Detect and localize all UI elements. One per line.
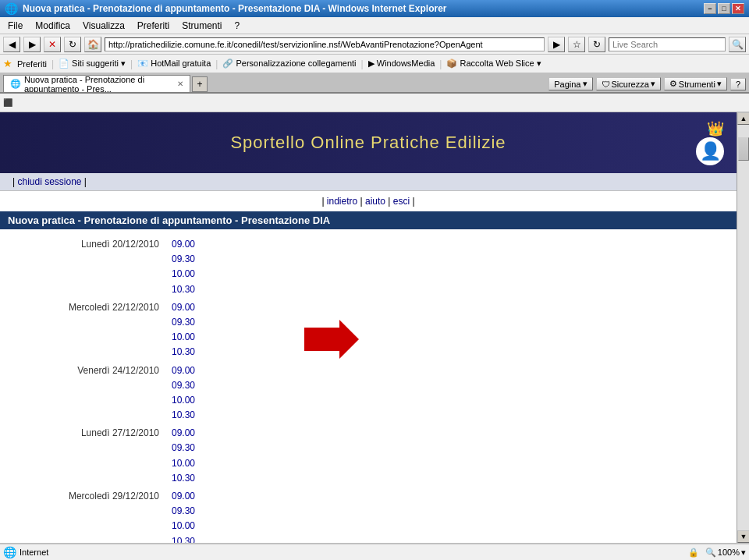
new-tab-button[interactable]: + [192,76,208,92]
tab-bar: 🌐 Nuova pratica - Prenotazione di appunt… [0,73,749,94]
pagina-button[interactable]: Pagina ▾ [548,77,592,90]
day-label: Mercoledì 29/12/2010 [16,489,172,543]
title-bar: 🌐 Nuova pratica - Prenotazione di appunt… [0,0,749,17]
page-content: Sportello Online Pratiche Edilizie 👑 👤 |… [0,112,737,543]
top-nav-links: | indietro | aiuto | esci | [0,191,737,211]
day-label: Venerdì 24/12/2010 [16,363,172,424]
nav-aiuto-link[interactable]: aiuto [365,196,385,207]
page-title: Nuova pratica - Prenotazione di appuntam… [8,214,330,226]
time-slot-link[interactable]: 10.00 [172,393,195,408]
menu-strumenti[interactable]: Strumenti [177,19,226,33]
time-slot-link[interactable]: 10.30 [172,471,195,486]
scrollbar-thumb[interactable] [738,137,749,161]
help-icon: ? [736,80,740,89]
time-slot-link[interactable]: 10.30 [172,282,195,297]
time-slot-link[interactable]: 09.00 [172,237,195,252]
nav-indietro-link[interactable]: indietro [327,196,357,207]
active-tab[interactable]: 🌐 Nuova pratica - Prenotazione di appunt… [3,75,190,92]
home-button[interactable]: 🏠 [84,37,101,52]
zone-label: Internet [20,548,48,557]
menu-file[interactable]: File [3,19,27,33]
time-slot-link[interactable]: 09.00 [172,426,195,441]
content-area: Lunedì 20/12/201009.0009.3010.0010.30Mer… [0,229,737,543]
menu-modifica[interactable]: Modifica [30,19,75,33]
header-title: Sportello Online Pratiche Edilizie [230,133,506,152]
address-input[interactable] [105,37,545,51]
time-slot-link[interactable]: 10.00 [172,267,195,282]
time-slot-link[interactable]: 09.30 [172,378,195,393]
session-sep-right: | [84,176,87,187]
sicurezza-button[interactable]: 🛡 Sicurezza ▾ [596,77,661,90]
time-slot-link[interactable]: 09.00 [172,363,195,378]
status-zone: 🌐 Internet [3,546,688,558]
day-label: Mercoledì 22/12/2010 [16,300,172,360]
forward-button[interactable]: ▶ [23,37,41,52]
time-slots: 09.0009.3010.0010.30 [172,426,195,486]
fav-windowsmedia[interactable]: ▶ WindowsMedia [368,58,435,69]
time-slot-link[interactable]: 09.00 [172,300,195,315]
zoom-chevron[interactable]: ▾ [741,548,746,558]
day-label: Lunedì 27/12/2010 [16,426,172,486]
menu-help[interactable]: ? [230,19,245,33]
scroll-down-button[interactable]: ▼ [737,530,749,543]
time-slot-link[interactable]: 09.30 [172,441,195,455]
tab-icon: 🌐 [10,79,21,89]
minimize-button[interactable]: − [704,3,716,14]
status-bar: 🌐 Internet 🔒 🔍 100% ▾ [0,543,749,560]
time-slot-link[interactable]: 10.30 [172,345,195,360]
address-bar: ◀ ▶ ✕ ↻ 🏠 ▶ ☆ ↻ 🔍 [0,34,749,55]
search-button[interactable]: 🔍 [729,37,746,52]
time-slot-link[interactable]: 09.30 [172,504,195,519]
fav-siti-suggeriti[interactable]: 📄 Siti suggeriti ▾ [59,58,126,69]
menu-preferiti[interactable]: Preferiti [133,19,174,33]
time-slot-link[interactable]: 09.30 [172,315,195,330]
gear-icon: ⚙ [669,79,677,89]
help-button[interactable]: ? [730,78,746,90]
pagina-chevron: ▾ [583,79,587,89]
time-slot-link[interactable]: 10.30 [172,408,195,423]
ie-icon: 🌐 [5,2,18,15]
strumenti-button[interactable]: ⚙ Strumenti ▾ [664,77,727,90]
shield-icon: 🛡 [602,80,610,89]
favorites-label[interactable]: Preferiti [17,59,47,69]
close-button[interactable]: ✕ [732,3,744,14]
time-slots: 09.0009.3010.0010.30 [172,237,195,297]
main-outer: Sportello Online Pratiche Edilizie 👑 👤 |… [0,112,749,543]
fav-hotmail[interactable]: 📧 HotMail gratuita [137,58,211,69]
status-right: 🔒 🔍 100% ▾ [688,548,746,558]
zoom-label[interactable]: 100% [718,548,740,557]
globe-icon: 🌐 [3,546,16,558]
stop-button[interactable]: ✕ [44,37,61,52]
page-title-bar: Nuova pratica - Prenotazione di appuntam… [0,211,737,229]
menu-visualizza[interactable]: Visualizza [78,19,130,33]
window-title: Nuova pratica - Prenotazione di appuntam… [23,3,447,14]
time-slot-link[interactable]: 10.00 [172,519,195,533]
time-slot-link[interactable]: 10.30 [172,534,195,543]
vertical-scrollbar[interactable]: ▲ ▼ [737,112,749,543]
favorites-star[interactable]: ☆ [568,37,585,52]
refresh-icon[interactable]: ↻ [588,37,605,52]
zoom-level: 🔍 100% ▾ [705,548,746,558]
time-slot-link[interactable]: 09.30 [172,252,195,267]
tab-label: Nuova pratica - Prenotazione di appuntam… [24,75,171,92]
search-input[interactable] [609,37,726,51]
protected-mode-icon: 🔒 [688,548,699,558]
sicurezza-chevron: ▾ [651,79,655,89]
chiudi-sessione-link[interactable]: chiudi sessione [17,176,81,187]
time-slot-link[interactable]: 09.00 [172,489,195,504]
fav-raccolta[interactable]: 📦 Raccolta Web Slice ▾ [446,58,541,69]
maximize-button[interactable]: □ [718,3,730,14]
fav-personalizzazione[interactable]: 🔗 Personalizzazione collegamenti [222,58,356,69]
appointment-row: Mercoledì 22/12/201009.0009.3010.0010.30 [16,300,721,360]
scroll-up-button[interactable]: ▲ [737,112,749,125]
go-button[interactable]: ▶ [548,37,565,52]
refresh-button[interactable]: ↻ [64,37,81,52]
back-button[interactable]: ◀ [3,37,20,52]
time-slot-link[interactable]: 10.00 [172,330,195,345]
appointment-row: Venerdì 24/12/201009.0009.3010.0010.30 [16,363,721,424]
strumenti-chevron: ▾ [717,79,722,89]
tab-close-button[interactable]: ✕ [177,80,183,88]
nav-esci-link[interactable]: esci [393,196,410,207]
time-slots: 09.0009.3010.0010.30 [172,489,195,543]
time-slot-link[interactable]: 10.00 [172,456,195,471]
